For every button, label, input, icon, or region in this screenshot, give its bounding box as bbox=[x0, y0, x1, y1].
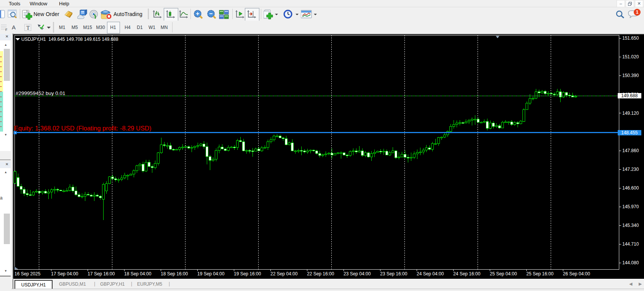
svg-text:19 Sep 04:00: 19 Sep 04:00 bbox=[197, 271, 225, 277]
svg-text:150.390: 150.390 bbox=[622, 73, 639, 78]
svg-text:23 Sep 16:00: 23 Sep 16:00 bbox=[380, 271, 407, 277]
svg-text:22 Sep 16:00: 22 Sep 16:00 bbox=[307, 271, 334, 277]
svg-text:19 Sep 16:00: 19 Sep 16:00 bbox=[234, 271, 261, 277]
svg-text:151.650: 151.650 bbox=[622, 35, 639, 41]
svg-text:144.080: 144.080 bbox=[622, 260, 639, 265]
svg-text:USDJPY,H1 149.645 149.708 149: USDJPY,H1 149.645 149.708 149.615 149.68… bbox=[21, 37, 118, 42]
svg-text:149.688: 149.688 bbox=[621, 93, 638, 98]
svg-text:23 Sep 04:00: 23 Sep 04:00 bbox=[344, 271, 371, 277]
svg-text:25 Sep 04:00: 25 Sep 04:00 bbox=[490, 271, 517, 277]
svg-text:18 Sep 16:00: 18 Sep 16:00 bbox=[161, 271, 188, 277]
svg-text:24 Sep 04:00: 24 Sep 04:00 bbox=[417, 271, 444, 277]
svg-text:1: 1 bbox=[636, 10, 639, 15]
svg-text:16 Sep 2025: 16 Sep 2025 bbox=[14, 271, 40, 277]
svg-text:145.340: 145.340 bbox=[622, 223, 639, 228]
svg-text:147.230: 147.230 bbox=[622, 167, 639, 172]
svg-text:17 Sep 16:00: 17 Sep 16:00 bbox=[88, 271, 115, 277]
svg-text:148.455: 148.455 bbox=[621, 130, 638, 135]
svg-text:24 Sep 16:00: 24 Sep 16:00 bbox=[453, 271, 481, 277]
svg-text:26 Sep 04:00: 26 Sep 04:00 bbox=[563, 271, 590, 277]
svg-text:18 Sep 04:00: 18 Sep 04:00 bbox=[124, 271, 152, 277]
svg-text:146.600: 146.600 bbox=[622, 185, 639, 191]
svg-text:Equity: 1,368.02 USD (Floating: Equity: 1,368.02 USD (Floating profit: -… bbox=[14, 125, 151, 132]
svg-text:144.710: 144.710 bbox=[622, 241, 639, 247]
svg-text:151.020: 151.020 bbox=[622, 54, 639, 59]
svg-text:145.970: 145.970 bbox=[622, 204, 639, 209]
svg-text:25 Sep 16:00: 25 Sep 16:00 bbox=[526, 271, 554, 277]
svg-text:147.860: 147.860 bbox=[622, 148, 639, 153]
svg-text:22 Sep 04:00: 22 Sep 04:00 bbox=[270, 271, 298, 277]
svg-text:#299959452 buy 0.01: #299959452 buy 0.01 bbox=[16, 90, 66, 96]
svg-text:149.120: 149.120 bbox=[622, 111, 639, 116]
svg-text:F: F bbox=[5, 28, 8, 31]
svg-text:T: T bbox=[26, 25, 30, 31]
svg-text:17 Sep 04:00: 17 Sep 04:00 bbox=[51, 271, 78, 277]
